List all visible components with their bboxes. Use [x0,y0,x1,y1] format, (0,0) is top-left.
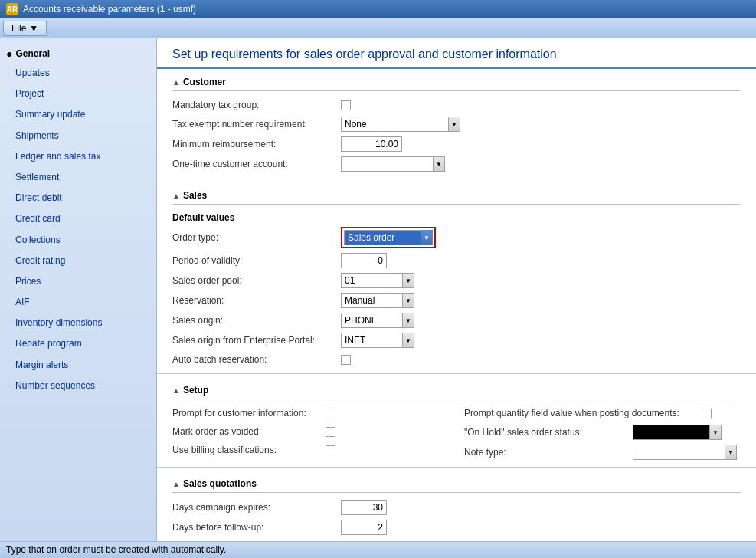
one-time-customer-row: One-time customer account: ▼ [172,154,741,174]
file-menu-button[interactable]: File ▼ [3,21,47,36]
content-area: Set up requirements for sales order appr… [157,38,756,541]
sidebar-item-rebate-program[interactable]: Rebate program [0,333,156,354]
period-validity-row: Period of validity: [172,251,741,271]
auto-batch-reservation-row: Auto batch reservation: [172,350,741,369]
prompt-quantity-label: Prompt quantity field value when posting… [464,408,702,419]
sidebar-item-ledger-sales-tax[interactable]: Ledger and sales tax [0,146,156,167]
page-header: Set up requirements for sales order appr… [157,38,756,69]
days-campaign-expires-input[interactable] [341,500,387,515]
setup-collapse-icon[interactable]: ▲ [172,386,180,395]
setup-section-title: Setup [183,385,208,396]
sidebar-label-prices: Prices [15,276,41,287]
prompt-quantity-checkbox[interactable] [702,409,712,419]
sidebar-item-general[interactable]: ● General [0,44,156,63]
sales-quotations-title: Sales quotations [183,478,257,489]
sales-origin-row: Sales origin: PHONE ▼ [172,310,741,330]
order-type-value[interactable]: Sales order [344,230,421,245]
setup-right-col: Prompt quantity field value when posting… [464,404,741,462]
sidebar-item-project[interactable]: Project [0,84,156,104]
sidebar-item-direct-debit[interactable]: Direct debit [0,188,156,208]
sidebar-item-collections[interactable]: Collections [0,230,156,251]
customer-collapse-icon[interactable]: ▲ [172,78,180,87]
sidebar-label-settlement: Settlement [15,172,59,182]
mark-order-voided-checkbox[interactable] [326,427,335,437]
days-campaign-expires-label: Days campaign expires: [172,502,341,513]
sales-origin-value[interactable]: PHONE [341,313,402,328]
minimum-reimbursement-input[interactable] [341,136,402,152]
on-hold-status-label: "On Hold" sales order status: [464,427,633,438]
sales-origin-portal-dropdown-btn[interactable]: ▼ [402,333,414,348]
tax-exempt-dropdown-btn[interactable]: ▼ [448,117,460,132]
note-type-value[interactable] [633,445,725,460]
sidebar-label-inventory-dimensions: Inventory dimensions [15,317,102,328]
one-time-customer-value[interactable] [341,156,433,172]
menu-bar: File ▼ [0,18,756,38]
sales-order-pool-row: Sales order pool: 01 ▼ [172,271,741,290]
mandatory-tax-group-row: Mandatory tax group: [172,96,741,114]
sidebar-item-credit-card[interactable]: Credit card [0,208,156,229]
auto-batch-reservation-label: Auto batch reservation: [172,354,341,365]
setup-left-col: Prompt for customer information: Mark or… [172,404,449,462]
sidebar-label-direct-debit: Direct debit [15,192,62,203]
sidebar-item-aif[interactable]: AIF [0,292,156,313]
order-type-dropdown: Sales order ▼ [344,230,433,245]
reservation-dropdown-btn[interactable]: ▼ [402,293,414,308]
sales-origin-dropdown: PHONE ▼ [341,313,414,328]
mandatory-tax-group-label: Mandatory tax group: [172,100,341,110]
order-type-row: Order type: Sales order ▼ [172,225,741,251]
customer-section: ▲ Customer Mandatory tax group: Tax exem… [157,69,756,179]
period-validity-input[interactable] [341,253,387,268]
minimum-reimbursement-control [341,136,402,152]
sidebar-label-updates: Updates [15,67,50,78]
tax-exempt-value[interactable]: None [341,117,448,132]
sales-collapse-icon[interactable]: ▲ [172,192,180,200]
days-campaign-expires-row: Days campaign expires: [172,497,741,517]
days-campaign-expires-control [341,500,387,515]
sales-origin-dropdown-btn[interactable]: ▼ [402,313,414,328]
sales-origin-portal-dropdown: INET ▼ [341,333,414,348]
sales-origin-portal-value[interactable]: INET [341,333,402,348]
prompt-customer-checkbox[interactable] [326,409,335,419]
sidebar-item-updates[interactable]: Updates [0,63,156,84]
auto-batch-reservation-checkbox[interactable] [341,355,351,365]
title-bar: AR Accounts receivable parameters (1 - u… [0,0,756,18]
sidebar-item-inventory-dimensions[interactable]: Inventory dimensions [0,313,156,333]
sales-order-pool-value[interactable]: 01 [341,273,402,288]
sidebar-item-prices[interactable]: Prices [0,271,156,292]
sales-quotations-collapse-icon[interactable]: ▲ [172,480,180,488]
on-hold-status-dropdown-btn[interactable]: ▼ [709,425,722,440]
status-bar-text: Type that an order must be created with … [6,544,226,555]
file-menu-arrow: ▼ [29,23,38,34]
reservation-dropdown: Manual ▼ [341,293,414,308]
on-hold-status-value[interactable] [633,425,709,440]
one-time-customer-dropdown-btn[interactable]: ▼ [433,156,445,172]
one-time-customer-dropdown: ▼ [341,156,445,172]
window-title: Accounts receivable parameters (1 - usmf… [23,4,196,15]
on-hold-status-dropdown: ▼ [633,425,722,440]
default-values-label: Default values [172,209,741,225]
sidebar-label-general: General [15,48,50,59]
prompt-quantity-row: Prompt quantity field value when posting… [464,404,741,422]
mandatory-tax-group-checkbox[interactable] [341,100,351,110]
sidebar-item-margin-alerts[interactable]: Margin alerts [0,355,156,376]
sidebar-label-summary-update: Summary update [15,109,85,120]
customer-section-title: Customer [183,77,226,87]
prompt-customer-label: Prompt for customer information: [172,408,326,419]
order-type-dropdown-btn[interactable]: ▼ [421,230,433,245]
setup-two-col: Prompt for customer information: Mark or… [172,404,741,462]
sidebar-label-shipments: Shipments [15,130,59,141]
use-billing-checkbox[interactable] [326,445,335,455]
note-type-dropdown-btn[interactable]: ▼ [725,445,737,460]
sidebar-item-settlement[interactable]: Settlement [0,167,156,188]
sales-order-pool-label: Sales order pool: [172,275,341,286]
reservation-value[interactable]: Manual [341,293,402,308]
sidebar-item-summary-update[interactable]: Summary update [0,104,156,125]
days-before-followup-input[interactable] [341,520,387,535]
sidebar-item-credit-rating[interactable]: Credit rating [0,251,156,271]
sidebar-item-number-sequences[interactable]: Number sequences [0,376,156,396]
mark-order-voided-row: Mark order as voided: [172,422,449,441]
sales-origin-label: Sales origin: [172,315,341,326]
days-before-followup-label: Days before follow-up: [172,522,341,533]
sales-order-pool-dropdown-btn[interactable]: ▼ [402,273,414,288]
sidebar-item-shipments[interactable]: Shipments [0,126,156,146]
